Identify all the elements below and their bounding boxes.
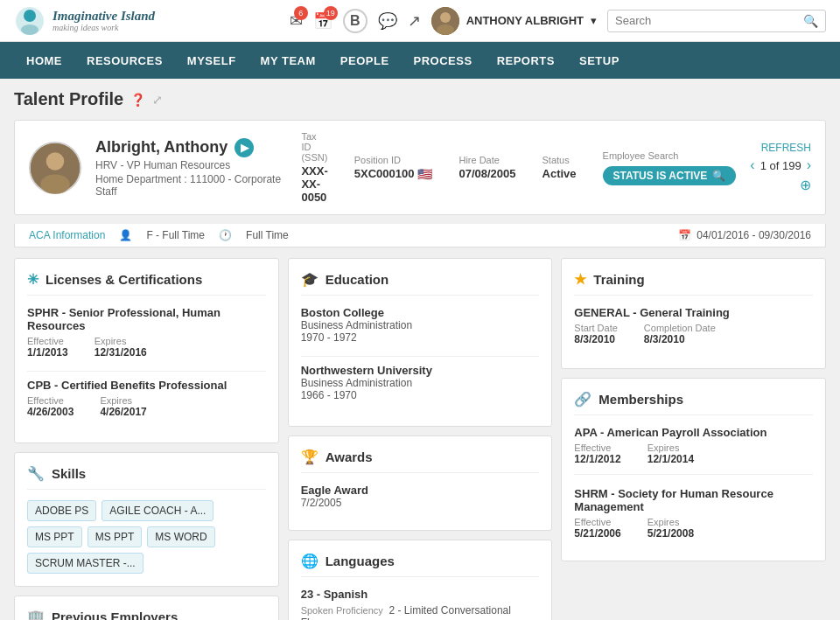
user-name-label: ANTHONY ALBRIGHT (466, 14, 584, 27)
prev-page-button[interactable]: ‹ (750, 157, 754, 173)
fulltime-label: F - Full Time (146, 229, 205, 241)
aca-info-link[interactable]: ACA Information (29, 229, 105, 241)
user-menu[interactable]: ANTHONY ALBRIGHT ▾ (431, 7, 597, 35)
nav-item-resources[interactable]: RESOURCES (74, 42, 175, 79)
licenses-title: ✳ Licenses & Certifications (27, 271, 266, 296)
svg-point-4 (440, 12, 451, 23)
membership-1: SHRM - Society for Human Resource Manage… (574, 487, 813, 548)
page-count: 1 of 199 (760, 159, 802, 172)
svg-point-7 (46, 152, 65, 171)
status-active-button[interactable]: STATUS IS ACTIVE 🔍 (603, 166, 737, 185)
edu-divider (301, 356, 540, 357)
cert-name-0: SPHR - Senior Professional, Human Resour… (27, 306, 266, 332)
cert-item-1: CPB - Certified Benefits Professional Ef… (27, 379, 266, 418)
calendar-button[interactable]: 📅 19 (313, 11, 332, 31)
refresh-button[interactable]: REFRESH (761, 142, 811, 154)
employee-info: Albright, Anthony ▶ HRV - VP Human Resou… (95, 138, 287, 198)
share-button[interactable]: ↗ (408, 11, 421, 31)
cert-divider (27, 371, 266, 372)
pagination: ‹ 1 of 199 › (750, 157, 811, 173)
skills-card: 🔧 Skills ADOBE PS AGILE COACH - A... MS … (14, 452, 279, 587)
svg-point-1 (24, 10, 36, 22)
svg-point-2 (21, 24, 38, 35)
left-column: ✳ Licenses & Certifications SPHR - Senio… (14, 258, 279, 620)
status-badge-text: STATUS IS ACTIVE (613, 170, 708, 182)
licenses-card: ✳ Licenses & Certifications SPHR - Senio… (14, 258, 279, 443)
licenses-icon: ✳ (27, 271, 38, 288)
award-name-0: Eagle Award (301, 484, 540, 497)
years-0: 1970 - 1972 (301, 331, 540, 344)
skill-1: AGILE COACH - A... (102, 500, 214, 521)
help-icon[interactable]: ❓ (130, 93, 145, 107)
training-name-0: GENERAL - General Training (574, 306, 813, 319)
school-0: Boston College (301, 306, 540, 319)
aca-bar-right: 📅 04/01/2016 - 09/30/2016 (678, 229, 811, 241)
nav-item-myself[interactable]: MYSELF (175, 42, 248, 79)
memberships-card: 🔗 Memberships APA - American Payroll Ass… (561, 378, 826, 561)
edu-item-0: Boston College Business Administration 1… (301, 306, 540, 344)
meta-taxid: Tax ID (SSN) XXX-XX-0050 (301, 131, 327, 204)
language-name-0: 23 - Spanish (301, 588, 540, 601)
nav-item-reports[interactable]: REPORTS (485, 42, 567, 79)
logo-icon (14, 5, 46, 37)
nav-item-people[interactable]: PEOPLE (328, 42, 402, 79)
taxid-label: Tax ID (SSN) (301, 131, 327, 163)
languages-card: 🌐 Languages 23 - Spanish Spoken Proficie… (288, 540, 553, 620)
skill-5: SCRUM MASTER -... (27, 553, 144, 574)
positionid-label: Position ID (354, 155, 433, 165)
hiredate-label: Hire Date (458, 155, 515, 165)
search-box[interactable]: 🔍 (607, 10, 826, 32)
membership-dates-0: Effective 12/1/2012 Expires 12/1/2014 (574, 442, 813, 465)
user-avatar (431, 7, 459, 35)
skills-title: 🔧 Skills (27, 465, 266, 490)
flag-icon: 🇺🇸 (417, 167, 432, 181)
employee-nav-arrow[interactable]: ▶ (234, 138, 254, 157)
date-range: 04/01/2016 - 09/30/2016 (696, 229, 811, 241)
nav-item-setup[interactable]: SETUP (567, 42, 632, 79)
profile-header: Albright, Anthony ▶ HRV - VP Human Resou… (14, 120, 826, 215)
logo-text: Imaginative Island making ideas work (52, 9, 155, 33)
main-content-grid: ✳ Licenses & Certifications SPHR - Senio… (14, 258, 826, 620)
training-icon: ★ (574, 271, 586, 288)
memberships-title: 🔗 Memberships (574, 391, 813, 415)
membership-0: APA - American Payroll Association Effec… (574, 426, 813, 475)
logo-area: Imaginative Island making ideas work (14, 5, 155, 37)
profile-meta: Tax ID (SSN) XXX-XX-0050 Position ID 5XC… (301, 131, 736, 204)
page-content: Talent Profile ❓ ⤢ Albright, Anthony ▶ H… (0, 79, 840, 620)
nav-bar: HOME RESOURCES MYSELF MY TEAM PEOPLE PRO… (0, 42, 840, 79)
meta-hiredate: Hire Date 07/08/2005 (458, 155, 515, 180)
membership-name-0: APA - American Payroll Association (574, 426, 813, 439)
nav-item-home[interactable]: HOME (14, 42, 74, 79)
skill-3: MS PPT (88, 526, 143, 547)
awards-title: 🏆 Awards (301, 449, 540, 473)
aca-bar: ACA Information 👤 F - Full Time 🕐 Full T… (14, 224, 826, 247)
b-icon-button[interactable]: B (343, 9, 368, 33)
aca-bar-left: ACA Information 👤 F - Full Time 🕐 Full T… (29, 229, 289, 241)
cert-item-0: SPHR - Senior Professional, Human Resour… (27, 306, 266, 359)
degree-1: Business Administration (301, 377, 540, 389)
top-bar: Imaginative Island making ideas work ✉ 6… (0, 0, 840, 42)
spoken-row: Spoken Proficiency 2 - Limited Conversat… (301, 604, 540, 620)
employee-title: HRV - VP Human Resources (95, 159, 287, 171)
status-value: Active (542, 167, 577, 180)
search-input[interactable] (615, 14, 803, 27)
nav-item-process[interactable]: PROCESS (402, 42, 485, 79)
training-title: ★ Training (574, 271, 813, 296)
expand-icon[interactable]: ⤢ (152, 93, 163, 107)
status-label: Status (542, 155, 577, 165)
mail-button[interactable]: ✉ 6 (290, 11, 303, 31)
employee-avatar (29, 142, 81, 194)
membership-name-1: SHRM - Society for Human Resource Manage… (574, 487, 813, 513)
skills-icon: 🔧 (27, 465, 45, 482)
search-icon[interactable]: 🔍 (803, 14, 818, 28)
edu-item-1: Northwestern University Business Adminis… (301, 364, 540, 401)
taxid-value: XXX-XX-0050 (301, 164, 327, 204)
right-column: ★ Training GENERAL - General Training St… (561, 258, 826, 620)
next-page-button[interactable]: › (807, 157, 811, 173)
years-1: 1966 - 1970 (301, 389, 540, 401)
more-options-icon[interactable]: ⊕ (800, 177, 811, 193)
nav-item-myteam[interactable]: MY TEAM (248, 42, 328, 79)
chat-button[interactable]: 💬 (378, 11, 397, 31)
mail-badge: 6 (294, 6, 308, 20)
employers-title: 🏢 Previous Employers (27, 609, 266, 620)
